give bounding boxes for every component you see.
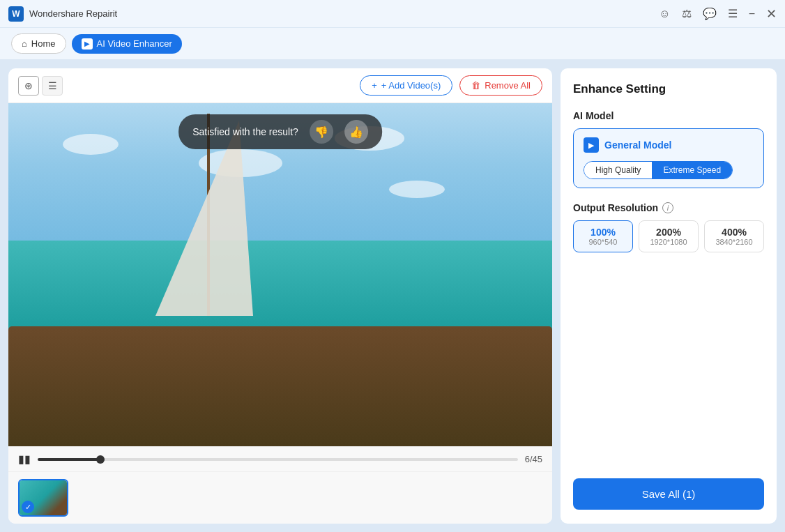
enhancer-tab-label: AI Video Enhancer bbox=[97, 38, 172, 49]
add-videos-label: + Add Video(s) bbox=[381, 80, 441, 91]
pause-button[interactable]: ▮▮ bbox=[18, 453, 31, 466]
enhancer-tab-icon: ▶ bbox=[82, 38, 93, 50]
view-toggle: ⊛ ☰ bbox=[18, 76, 63, 96]
close-button[interactable]: ✕ bbox=[766, 6, 777, 22]
thumbnails-row: ✓ bbox=[8, 471, 552, 524]
chat-icon[interactable]: 💬 bbox=[703, 7, 717, 20]
thumbnail-check: ✓ bbox=[22, 501, 34, 513]
playback-bar: ▮▮ 6/45 bbox=[8, 446, 552, 471]
resolution-header: Output Resolution i bbox=[573, 202, 764, 213]
right-panel: Enhance Setting AI Model ▶ General Model… bbox=[561, 68, 777, 524]
home-label: Home bbox=[31, 38, 56, 49]
menu-icon[interactable]: ☰ bbox=[728, 7, 738, 20]
progress-thumb bbox=[96, 455, 105, 464]
boat-deck bbox=[8, 326, 552, 446]
model-name: General Model bbox=[604, 139, 671, 151]
res-400-percent: 400% bbox=[708, 227, 761, 238]
user-icon[interactable]: ☺ bbox=[659, 8, 670, 20]
progress-bar[interactable] bbox=[38, 458, 518, 461]
model-card-header: ▶ General Model bbox=[584, 137, 754, 153]
add-icon: + bbox=[372, 80, 377, 91]
home-icon: ⌂ bbox=[22, 38, 27, 49]
nav-bar: ⌂ Home ▶ AI Video Enhancer bbox=[0, 28, 785, 60]
progress-fill bbox=[38, 458, 100, 461]
model-icon: ▶ bbox=[584, 137, 599, 153]
title-bar-controls: ☺ ⚖ 💬 ☰ − ✕ bbox=[659, 6, 777, 22]
toolbar-right: + + Add Video(s) 🗑 Remove All bbox=[360, 75, 542, 96]
video-background bbox=[8, 103, 552, 446]
video-area: Satisfied with the result? 👎 👍 bbox=[8, 103, 552, 446]
remove-all-label: Remove All bbox=[485, 80, 531, 91]
res-200-percent: 200% bbox=[642, 227, 695, 238]
model-card: ▶ General Model High Quality Extreme Spe… bbox=[573, 128, 764, 188]
output-resolution-label: Output Resolution bbox=[573, 202, 658, 213]
save-all-button[interactable]: Save All (1) bbox=[573, 478, 764, 510]
satisfied-text: Satisfied with the result? bbox=[192, 126, 298, 137]
res-200-dims: 1920*1080 bbox=[642, 238, 695, 246]
thumbnail-item[interactable]: ✓ bbox=[18, 479, 68, 517]
res-100-percent: 100% bbox=[577, 227, 630, 238]
high-quality-button[interactable]: High Quality bbox=[584, 162, 652, 178]
grid-view-button[interactable]: ⊛ bbox=[18, 76, 39, 96]
info-icon: i bbox=[662, 202, 673, 213]
minimize-button[interactable]: − bbox=[749, 8, 755, 20]
resolution-100-button[interactable]: 100% 960*540 bbox=[573, 220, 633, 252]
panel-title: Enhance Setting bbox=[573, 82, 764, 96]
thumbs-down-button[interactable]: 👎 bbox=[310, 120, 333, 144]
video-frame bbox=[8, 103, 552, 446]
trash-icon: 🗑 bbox=[471, 80, 480, 91]
satisfied-overlay: Satisfied with the result? 👎 👍 bbox=[178, 114, 382, 149]
time-display: 6/45 bbox=[525, 454, 542, 464]
add-videos-button[interactable]: + + Add Video(s) bbox=[360, 75, 452, 96]
toolbar: ⊛ ☰ + + Add Video(s) 🗑 Remove All bbox=[8, 68, 552, 103]
resolution-400-button[interactable]: 400% 3840*2160 bbox=[704, 220, 764, 252]
title-bar-left: W Wondershare Repairit bbox=[8, 6, 117, 22]
res-400-dims: 3840*2160 bbox=[708, 238, 761, 246]
remove-all-button[interactable]: 🗑 Remove All bbox=[459, 75, 542, 96]
thumbs-up-button[interactable]: 👍 bbox=[344, 120, 368, 144]
home-button[interactable]: ⌂ Home bbox=[11, 33, 66, 54]
res-100-dims: 960*540 bbox=[577, 238, 630, 246]
resolution-200-button[interactable]: 200% 1920*1080 bbox=[639, 220, 699, 252]
app-title: Wondershare Repairit bbox=[29, 8, 117, 19]
resolution-section: Output Resolution i 100% 960*540 200% 19… bbox=[573, 202, 764, 252]
title-bar: W Wondershare Repairit ☺ ⚖ 💬 ☰ − ✕ bbox=[0, 0, 785, 28]
extreme-speed-button[interactable]: Extreme Speed bbox=[652, 162, 732, 178]
left-panel: ⊛ ☰ + + Add Video(s) 🗑 Remove All bbox=[8, 68, 552, 524]
quality-toggle: High Quality Extreme Speed bbox=[584, 161, 733, 179]
sail bbox=[155, 121, 253, 316]
ai-model-label: AI Model bbox=[573, 110, 764, 121]
main-content: ⊛ ☰ + + Add Video(s) 🗑 Remove All bbox=[0, 60, 785, 532]
headphones-icon[interactable]: ⚖ bbox=[682, 7, 692, 20]
app-icon: W bbox=[8, 6, 24, 22]
ai-model-section: AI Model ▶ General Model High Quality Ex… bbox=[573, 110, 764, 188]
enhancer-tab[interactable]: ▶ AI Video Enhancer bbox=[72, 34, 182, 54]
spacer bbox=[573, 266, 764, 464]
resolution-options: 100% 960*540 200% 1920*1080 400% 3840*21… bbox=[573, 220, 764, 252]
list-view-button[interactable]: ☰ bbox=[42, 76, 63, 96]
